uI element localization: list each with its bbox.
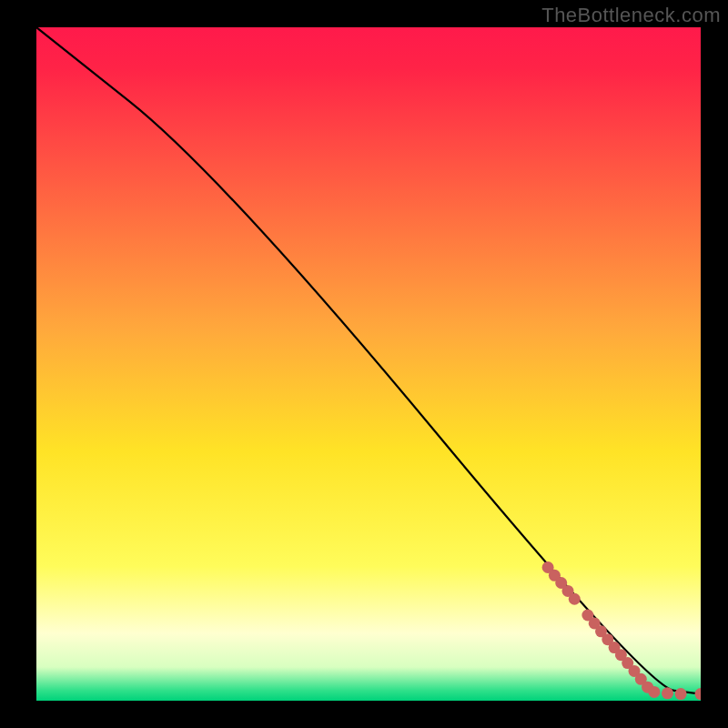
plot-area: [36, 27, 701, 701]
chart-frame: TheBottleneck.com: [0, 0, 728, 728]
data-marker: [648, 686, 660, 698]
data-marker: [675, 688, 687, 700]
chart-svg: [36, 27, 701, 701]
data-marker: [569, 593, 581, 605]
gradient-background: [36, 27, 701, 701]
watermark-text: TheBottleneck.com: [541, 4, 721, 27]
data-marker: [662, 687, 673, 699]
